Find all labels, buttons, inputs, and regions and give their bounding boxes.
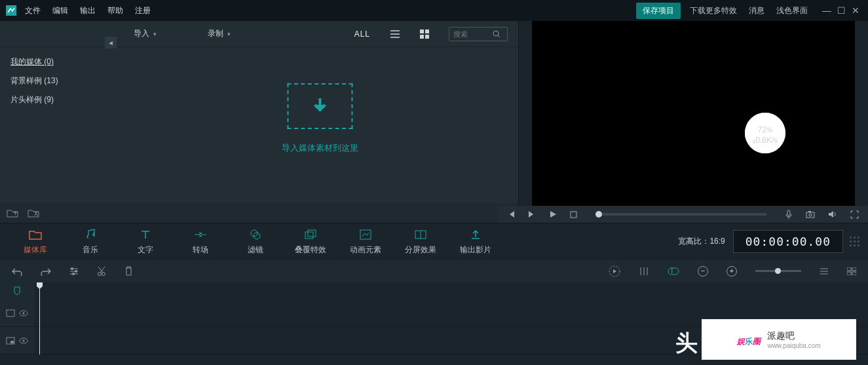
- download-progress-widget: 72% ↓0.6K/s: [745, 113, 785, 153]
- svg-point-15: [809, 214, 812, 216]
- watermark-url: www.paiquba.com: [767, 342, 820, 349]
- layout-icon[interactable]: [847, 267, 856, 275]
- tab-transition[interactable]: 转场: [173, 227, 228, 256]
- drop-hint-text: 导入媒体素材到这里: [282, 142, 358, 154]
- timeline-lock-toggle[interactable]: [0, 282, 34, 299]
- play-icon[interactable]: [549, 210, 557, 218]
- svg-rect-14: [806, 212, 814, 218]
- menu-file[interactable]: 文件: [25, 5, 41, 16]
- undo-icon[interactable]: [12, 267, 22, 276]
- prev-frame-icon[interactable]: [507, 210, 515, 218]
- category-backgrounds[interactable]: 背景样例 (13): [10, 75, 111, 86]
- svg-text:+: +: [13, 208, 18, 218]
- svg-rect-7: [425, 35, 429, 39]
- tab-overlay[interactable]: 叠覆特效: [283, 227, 338, 256]
- aspect-ratio-label: 宽高比：16:9: [678, 236, 725, 247]
- chevron-down-icon: ▾: [227, 31, 231, 37]
- preview-seek-bar[interactable]: [595, 213, 766, 216]
- next-frame-icon[interactable]: [528, 210, 536, 218]
- menu-edit[interactable]: 编辑: [52, 5, 68, 16]
- new-folder-icon[interactable]: +: [7, 208, 18, 218]
- svg-text:I: I: [671, 267, 673, 275]
- zoom-out-icon[interactable]: −: [698, 266, 708, 277]
- zoom-slider[interactable]: [755, 270, 801, 272]
- tab-media[interactable]: 媒体库: [8, 227, 63, 256]
- track-head-pip: [0, 327, 34, 354]
- partial-watermark-text: 头: [675, 328, 698, 358]
- marker-icon[interactable]: I: [668, 267, 679, 275]
- timecode-display[interactable]: 00:00:00.00: [733, 230, 843, 253]
- search-input[interactable]: [453, 30, 493, 38]
- fullscreen-icon[interactable]: [850, 210, 859, 219]
- window-minimize-icon[interactable]: —: [820, 5, 834, 16]
- progress-percent: 72%: [753, 122, 778, 136]
- redo-icon[interactable]: [41, 267, 51, 276]
- library-sidebar: 我的媒体 (0) 背景样例 (13) 片头样例 (9): [0, 47, 121, 203]
- svg-rect-45: [7, 310, 14, 317]
- zoom-in-icon[interactable]: +: [726, 266, 737, 277]
- sidebar-collapse-icon[interactable]: ◂: [105, 37, 117, 48]
- tab-element[interactable]: 动画元素: [338, 227, 393, 256]
- app-logo-icon: [5, 5, 17, 16]
- search-box[interactable]: [449, 27, 508, 41]
- cut-icon[interactable]: [97, 266, 106, 277]
- zoom-fit-icon[interactable]: [820, 267, 829, 275]
- svg-rect-20: [308, 230, 316, 237]
- category-intros[interactable]: 片头样例 (9): [10, 94, 111, 106]
- save-project-button[interactable]: 保存项目: [636, 3, 681, 19]
- grid-view-icon[interactable]: [420, 29, 429, 39]
- eye-icon[interactable]: [19, 337, 28, 344]
- theme-toggle-link[interactable]: 浅色界面: [776, 5, 808, 16]
- svg-rect-19: [305, 232, 313, 239]
- watermark-name: 派趣吧: [767, 330, 795, 341]
- panel-drag-handle-icon[interactable]: [850, 237, 860, 246]
- site-watermark: 娱乐圈 派趣吧 www.paiquba.com: [702, 319, 856, 360]
- menu-help[interactable]: 帮助: [107, 5, 123, 16]
- window-maximize-icon[interactable]: ☐: [834, 5, 848, 16]
- svg-line-9: [498, 35, 500, 37]
- video-track-icon[interactable]: [6, 309, 15, 317]
- import-dropdown[interactable]: 导入 ▾: [134, 28, 157, 39]
- tab-splitscreen[interactable]: 分屏效果: [393, 227, 448, 256]
- seek-knob[interactable]: [595, 211, 602, 218]
- svg-rect-36: [668, 268, 679, 275]
- snapshot-icon[interactable]: [806, 210, 815, 218]
- transition-icon: [173, 227, 228, 242]
- delete-folder-icon[interactable]: x: [28, 208, 39, 218]
- svg-rect-12: [571, 212, 576, 218]
- menu-export[interactable]: 输出: [80, 5, 96, 16]
- adjust-icon[interactable]: [69, 267, 79, 276]
- category-my-media[interactable]: 我的媒体 (0): [10, 56, 111, 67]
- menu-register[interactable]: 注册: [135, 5, 151, 16]
- tab-audio[interactable]: 音乐: [63, 227, 118, 256]
- audio-mixer-icon[interactable]: [639, 267, 649, 276]
- library-drop-area[interactable]: 导入媒体素材到这里: [121, 47, 518, 203]
- eye-icon[interactable]: [19, 310, 28, 317]
- volume-icon[interactable]: [828, 210, 837, 218]
- render-preview-icon[interactable]: [609, 265, 620, 277]
- voiceover-icon[interactable]: [785, 210, 793, 219]
- tab-output[interactable]: 输出影片: [448, 227, 503, 256]
- messages-link[interactable]: 消息: [749, 5, 764, 16]
- svg-text:x: x: [34, 208, 38, 218]
- svg-point-31: [102, 272, 105, 275]
- menubar: 文件 编辑 输出 帮助 注册 保存项目 下载更多特效 消息 浅色界面 — ☐ ✕: [0, 0, 868, 21]
- zoom-knob[interactable]: [775, 268, 781, 274]
- import-label: 导入: [134, 28, 149, 39]
- tab-filter[interactable]: 滤镜: [228, 227, 283, 256]
- window-close-icon[interactable]: ✕: [848, 5, 863, 16]
- list-view-icon[interactable]: [390, 29, 400, 39]
- element-icon: [338, 227, 393, 242]
- delete-icon[interactable]: [124, 266, 133, 276]
- download-fx-link[interactable]: 下载更多特效: [690, 5, 737, 16]
- stop-icon[interactable]: [570, 211, 577, 218]
- svg-rect-43: [847, 272, 851, 275]
- svg-rect-41: [847, 267, 851, 271]
- library-panel: 导入 ▾ 录制 ▾ ALL 我的媒体: [0, 21, 519, 223]
- record-dropdown[interactable]: 录制 ▾: [208, 28, 231, 39]
- main-split: 导入 ▾ 录制 ▾ ALL 我的媒体: [0, 21, 868, 223]
- pip-track-icon[interactable]: [6, 337, 15, 345]
- filter-all[interactable]: ALL: [354, 29, 370, 39]
- timeline-playhead[interactable]: [39, 282, 40, 355]
- tab-text[interactable]: 文字: [118, 227, 173, 256]
